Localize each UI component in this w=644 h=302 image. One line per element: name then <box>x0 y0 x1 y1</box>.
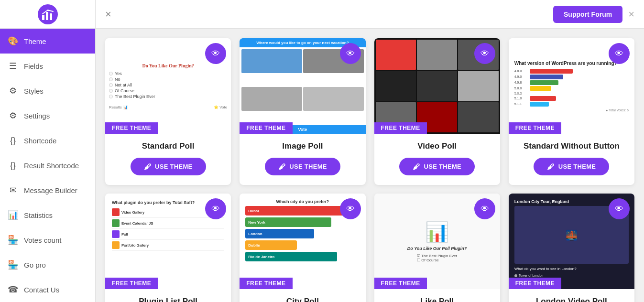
preview-eye-button-like[interactable]: 👁 <box>474 198 495 219</box>
themes-grid-area: Do You Like Our Plugin? Yes No Not at Al… <box>96 29 644 302</box>
fields-icon: ☰ <box>8 61 18 71</box>
card-body-swb: Standard Without Button 🖌 USE THEME <box>509 134 634 185</box>
sidebar-label-message-builder: Message Builder <box>24 186 77 194</box>
use-theme-button-video[interactable]: 🖌 USE THEME <box>399 158 475 175</box>
card-title-video: Video Poll <box>417 141 457 151</box>
free-badge-london: FREE THEME <box>509 278 561 289</box>
sidebar-label-statistics: Statistics <box>24 211 53 219</box>
shortcode-icon: {} <box>8 136 18 146</box>
theme-icon: 🎨 <box>8 36 18 46</box>
paintbrush-icon-swb: 🖌 <box>547 162 554 171</box>
sidebar-item-result-shortcode[interactable]: {} Result Shortcode <box>0 153 95 178</box>
sidebar-item-theme[interactable]: 🎨 Theme <box>0 29 95 54</box>
card-preview-london: London City Tour, England 🌉 What do you … <box>509 194 634 289</box>
preview-eye-button-city[interactable]: 👁 <box>340 198 361 219</box>
card-preview-plugin-list: What plugin do you prefer by Total Soft?… <box>105 194 231 289</box>
topbar: × Support Forum × <box>96 0 644 29</box>
sidebar-item-settings[interactable]: ⚙ Settings <box>0 103 95 128</box>
use-theme-label-video: USE THEME <box>424 163 462 170</box>
free-badge-standard: FREE THEME <box>105 122 158 134</box>
sidebar-label-votes-count: Votes count <box>24 236 61 244</box>
use-theme-label-image: USE THEME <box>289 163 327 170</box>
message-builder-icon: ✉ <box>8 185 18 195</box>
preview-eye-button-plugin[interactable]: 👁 <box>205 198 226 219</box>
use-theme-label-standard: USE THEME <box>155 163 193 170</box>
sidebar-label-fields: Fields <box>24 62 43 70</box>
svg-rect-1 <box>42 15 44 20</box>
paintbrush-icon-image: 🖌 <box>278 162 285 171</box>
topbar-x-button[interactable]: × <box>628 8 634 21</box>
card-preview-standard-poll: Do You Like Our Plugin? Yes No Not at Al… <box>105 38 231 134</box>
sidebar-label-styles: Styles <box>24 87 44 95</box>
card-body-like: Like Poll 🖌 USE THEME <box>374 289 500 302</box>
card-video-poll: 👁 FREE THEME Video Poll 🖌 USE THEME <box>374 38 500 185</box>
sidebar-item-contact-us[interactable]: ☎ Contact Us <box>0 277 95 302</box>
preview-eye-button-swb[interactable]: 👁 <box>609 43 630 64</box>
card-body-plugin: Plugin List Poll 🖌 USE THEME <box>105 289 231 302</box>
sidebar-item-shortcode[interactable]: {} Shortcode <box>0 128 95 153</box>
card-london-video: London City Tour, England 🌉 What do you … <box>509 194 634 302</box>
svg-rect-2 <box>46 12 48 20</box>
sidebar-label-go-pro: Go pro <box>24 261 46 269</box>
votes-count-icon: 🏪 <box>8 235 18 245</box>
topbar-close-button[interactable]: × <box>105 9 111 20</box>
topbar-actions: Support Forum × <box>553 6 634 23</box>
free-badge-swb: FREE THEME <box>509 122 561 134</box>
preview-eye-button-london[interactable]: 👁 <box>609 198 630 219</box>
card-body-video: Video Poll 🖌 USE THEME <box>374 134 500 185</box>
card-body-image: Image Poll 🖌 USE THEME <box>240 134 365 185</box>
card-preview-city: Which city do you prefer? Dubai New York… <box>240 194 365 289</box>
card-preview-like: 📊 Do You Like Our Poll Plugin? ☑ The Bes… <box>374 194 500 289</box>
card-title-like: Like Poll <box>420 297 454 302</box>
card-body-london: London Video Poll 🖌 USE THEME <box>509 289 634 302</box>
use-theme-button-swb[interactable]: 🖌 USE THEME <box>534 158 609 175</box>
sidebar-item-go-pro[interactable]: 🏪 Go pro <box>0 252 95 277</box>
use-theme-button-standard[interactable]: 🖌 USE THEME <box>131 158 206 175</box>
card-preview-video-poll: 👁 FREE THEME <box>374 38 500 134</box>
free-badge-image: FREE THEME <box>240 122 292 134</box>
card-title-plugin: Plugin List Poll <box>139 297 197 302</box>
preview-eye-button-image[interactable]: 👁 <box>340 43 361 64</box>
card-body-city: City Poll 🖌 USE THEME <box>240 289 365 302</box>
themes-grid: Do You Like Our Plugin? Yes No Not at Al… <box>105 38 634 302</box>
sidebar-label-theme: Theme <box>24 37 46 45</box>
sidebar-item-fields[interactable]: ☰ Fields <box>0 54 95 78</box>
card-body-standard: Standard Poll 🖌 USE THEME <box>105 134 231 185</box>
card-title-standard: Standard Poll <box>142 141 195 151</box>
sidebar-label-contact-us: Contact Us <box>24 286 59 294</box>
contact-us-icon: ☎ <box>8 284 18 295</box>
card-title-city: City Poll <box>286 297 319 302</box>
sidebar-item-message-builder[interactable]: ✉ Message Builder <box>0 178 95 203</box>
settings-icon: ⚙ <box>8 110 18 121</box>
logo <box>0 0 95 29</box>
card-title-london: London Video Poll <box>536 297 607 302</box>
statistics-icon: 📊 <box>8 210 18 220</box>
go-pro-icon: 🏪 <box>8 259 18 270</box>
card-like-poll: 📊 Do You Like Our Poll Plugin? ☑ The Bes… <box>374 194 500 302</box>
card-city-poll: Which city do you prefer? Dubai New York… <box>240 194 365 302</box>
styles-icon: ⚙ <box>8 86 18 96</box>
paintbrush-icon: 🖌 <box>144 162 151 171</box>
free-badge-plugin: FREE THEME <box>105 278 158 289</box>
sidebar: 🎨 Theme ☰ Fields ⚙ Styles ⚙ Settings {} … <box>0 0 96 302</box>
card-standard-poll: Do You Like Our Plugin? Yes No Not at Al… <box>105 38 231 185</box>
preview-eye-button-standard[interactable]: 👁 <box>205 43 226 64</box>
preview-eye-button-video[interactable]: 👁 <box>474 43 495 64</box>
sidebar-label-settings: Settings <box>24 112 50 120</box>
main-content: × Support Forum × Do You Like Our Plugin… <box>96 0 644 302</box>
card-title-swb: Standard Without Button <box>524 141 620 151</box>
free-badge-video: FREE THEME <box>374 122 427 134</box>
free-badge-like: FREE THEME <box>374 278 427 289</box>
sidebar-label-shortcode: Shortcode <box>24 137 56 145</box>
svg-rect-3 <box>50 13 52 20</box>
card-plugin-list: What plugin do you prefer by Total Soft?… <box>105 194 231 302</box>
sidebar-item-votes-count[interactable]: 🏪 Votes count <box>0 227 95 252</box>
support-forum-button[interactable]: Support Forum <box>553 6 622 23</box>
card-image-poll: Where would you like to go on your next … <box>240 38 365 185</box>
sidebar-item-styles[interactable]: ⚙ Styles <box>0 78 95 103</box>
card-standard-without-button: What version of WordPress are you runnin… <box>509 38 634 185</box>
sidebar-item-statistics[interactable]: 📊 Statistics <box>0 203 95 227</box>
use-theme-button-image[interactable]: 🖌 USE THEME <box>265 158 340 175</box>
card-preview-swb: What version of WordPress are you runnin… <box>509 38 634 134</box>
sidebar-label-result-shortcode: Result Shortcode <box>24 162 79 170</box>
